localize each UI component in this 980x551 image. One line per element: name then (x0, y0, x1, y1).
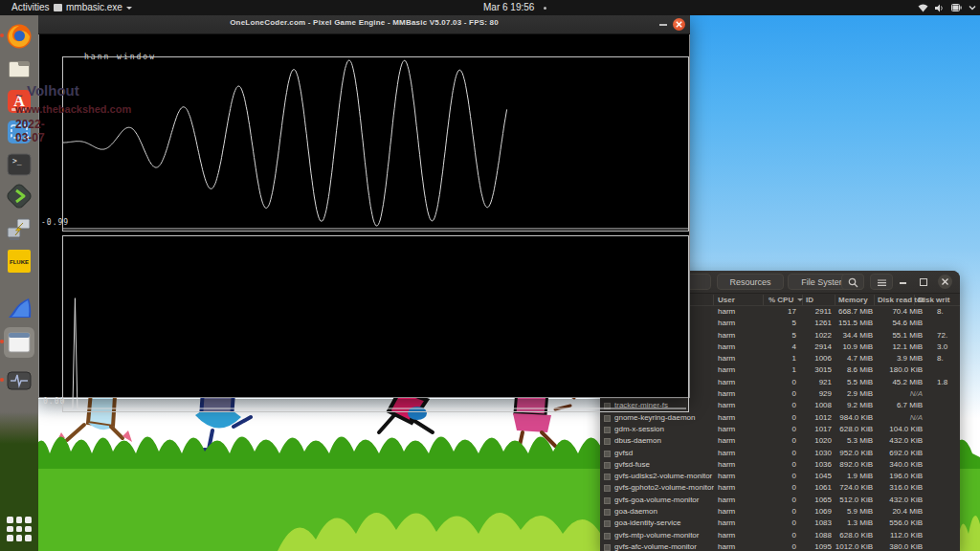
dock-item-files[interactable] (4, 54, 34, 84)
tab-resources[interactable]: Resources (717, 274, 784, 290)
spectrum-panel (62, 235, 689, 412)
process-disk-read: 380.0 KiB (856, 541, 923, 551)
process-user: harm (718, 530, 735, 541)
process-cpu: 0 (763, 482, 796, 494)
activities-button[interactable]: Activities (8, 1, 53, 14)
process-user: harm (718, 342, 735, 353)
process-name: gvfs-goa-volume-monitor (614, 495, 714, 506)
letter-a-icon: A (6, 88, 33, 115)
process-cpu: 0 (763, 541, 796, 551)
process-cpu: 0 (763, 518, 796, 529)
top-bar: Activities mmbasic.exe Mar 6 19:56 (0, 0, 980, 15)
clock[interactable]: Mar 6 19:56 (483, 1, 534, 14)
dock-item-wireshark[interactable] (4, 293, 34, 323)
process-user: harm (718, 306, 735, 318)
process-user: harm (718, 412, 735, 424)
table-row[interactable]: gdm-x-sessionharm01017628.0 KiB104.0 KiB (600, 424, 960, 435)
table-row[interactable]: goa-daemonharm010695.9 MiB20.4 MiB (600, 506, 960, 518)
process-cpu: 17 (763, 306, 796, 318)
dock-item-oscilloscope[interactable] (4, 365, 34, 396)
menu-icon[interactable] (870, 274, 893, 290)
process-cpu: 1 (763, 364, 796, 376)
running-indicator (0, 378, 4, 382)
process-icon (604, 509, 611, 516)
process-disk-read: 180.0 KiB (856, 364, 923, 376)
system-status-area[interactable] (918, 0, 976, 15)
focused-app-menu[interactable]: mmbasic.exe (54, 1, 132, 14)
process-name: gvfsd-fuse (614, 459, 714, 471)
table-row[interactable]: gvfs-gphoto2-volume-monitorharm01061724.… (600, 482, 960, 494)
files-icon (6, 55, 33, 82)
process-disk-read: 316.0 KiB (856, 482, 923, 494)
mmbasic-window-title: OneLoneCoder.com - Pixel Game Engine - M… (38, 18, 690, 27)
process-cpu: 0 (763, 459, 796, 471)
process-user: harm (718, 448, 735, 459)
dock-item-mmbasic-app[interactable] (4, 327, 34, 358)
process-disk-read: 54.6 MiB (856, 318, 923, 329)
process-name: gnome-keyring-daemon (614, 412, 714, 424)
process-name: gvfs-udisks2-volume-monitor (614, 471, 714, 482)
process-icon (604, 533, 611, 540)
table-row[interactable]: gnome-keyring-daemonharm01012984.0 KiBN/… (600, 412, 960, 424)
process-cpu: 4 (763, 342, 796, 353)
process-cpu: 0 (763, 424, 796, 435)
process-cpu: 0 (763, 530, 796, 541)
remote-desktop-icon (6, 215, 33, 242)
column-id[interactable]: ID (806, 296, 813, 304)
table-row[interactable]: gvfs-udisks2-volume-monitorharm010451.9 … (600, 471, 960, 482)
close-button[interactable] (938, 275, 952, 289)
process-user: harm (718, 471, 735, 482)
running-indicator (0, 340, 4, 343)
process-disk-read: 3.9 MiB (856, 353, 923, 364)
process-cpu: 0 (763, 506, 796, 518)
process-icon (604, 438, 611, 445)
sort-indicator-icon (797, 298, 803, 301)
dock-item-fluke[interactable]: FLUKE (4, 246, 34, 276)
process-user: harm (718, 459, 735, 471)
column-memory[interactable]: Memory (838, 296, 868, 304)
column-disk-write[interactable]: Disk writ (918, 296, 949, 304)
process-cpu: 0 (763, 495, 796, 506)
dock-item-screenshot[interactable] (4, 117, 34, 147)
close-button[interactable] (673, 18, 685, 31)
dock-item-text-editor[interactable]: A (4, 86, 34, 117)
notification-dot (544, 7, 546, 10)
table-row[interactable]: gvfsd-fuseharm01036892.0 KiB340.0 KiB (600, 459, 960, 471)
table-row[interactable]: gvfs-goa-volume-monitorharm01065512.0 Ki… (600, 495, 960, 506)
process-cpu: 0 (763, 471, 796, 482)
column-user[interactable]: User (718, 296, 735, 304)
process-cpu: 5 (763, 330, 796, 342)
search-icon[interactable] (841, 274, 864, 290)
terminal-icon: >_ (6, 151, 33, 178)
table-row[interactable]: gvfsdharm01030952.0 KiB692.0 KiB (600, 448, 960, 459)
dock-item-remote-desktop[interactable] (4, 213, 34, 244)
process-cpu: 0 (763, 400, 796, 411)
dock-item-terminal[interactable]: >_ (4, 149, 34, 180)
process-cpu: 0 (763, 448, 796, 459)
process-disk-read: 692.0 KiB (856, 448, 923, 459)
minimize-button[interactable] (659, 24, 667, 26)
process-user: harm (718, 330, 735, 342)
focused-app-label: mmbasic.exe (66, 1, 122, 14)
process-disk-write: 72. (937, 330, 960, 342)
process-disk-write: 8. (937, 353, 960, 364)
dock-item-firefox[interactable] (4, 21, 34, 52)
show-applications-button[interactable] (7, 517, 32, 541)
minimize-button[interactable] (900, 282, 906, 284)
table-row[interactable]: gvfs-mtp-volume-monitorharm01088628.0 Ki… (600, 530, 960, 541)
dock: A >_ (0, 15, 38, 551)
table-row[interactable]: dbus-daemonharm010205.3 MiB432.0 KiB (600, 435, 960, 447)
process-cpu: 0 (763, 377, 796, 388)
column-cpu[interactable]: % CPU (768, 296, 793, 304)
process-icon (604, 415, 611, 422)
process-icon (604, 497, 611, 504)
table-row[interactable]: gvfs-afc-volume-monitorharm010951012.0 K… (600, 541, 960, 551)
table-row[interactable]: goa-identity-serviceharm010831.3 MiB556.… (600, 518, 960, 529)
process-disk-write: 8. (937, 306, 960, 318)
mmbasic-canvas: hann window -0.99 0.00 (38, 34, 690, 398)
mmbasic-titlebar[interactable]: OneLoneCoder.com - Pixel Game Engine - M… (38, 15, 690, 34)
process-disk-read: N/A (856, 388, 923, 400)
dock-item-green-chevron-app[interactable] (4, 181, 34, 211)
maximize-button[interactable] (920, 278, 927, 286)
app-window-icon (6, 329, 33, 356)
